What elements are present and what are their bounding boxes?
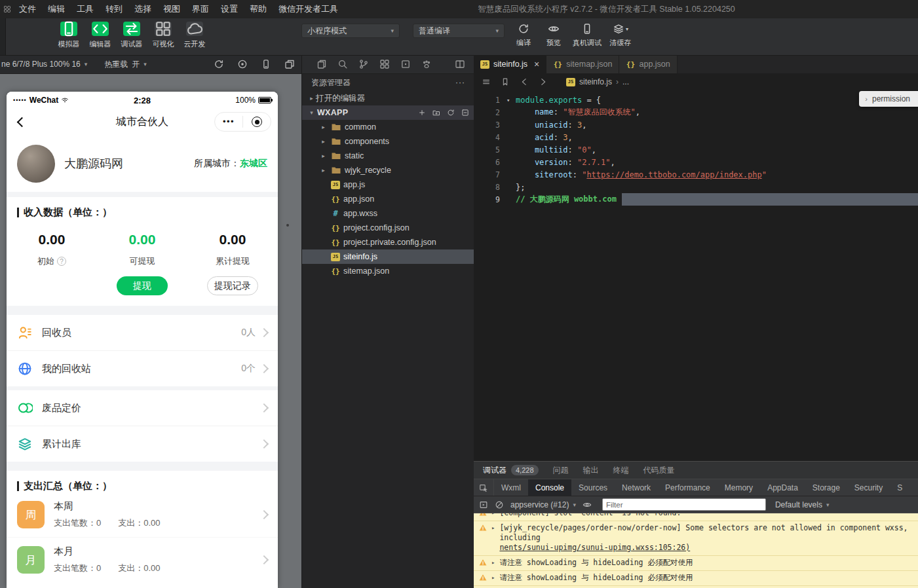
avatar[interactable] [17, 145, 55, 183]
search-button[interactable] [337, 59, 348, 69]
devtools-tab-Memory[interactable]: Memory [717, 479, 760, 496]
expense-item-week[interactable]: 周 本周 支出笔数：0支出：0.00 [7, 492, 278, 537]
editor-tab-app.json[interactable]: {} app.json [619, 55, 677, 73]
devtools-tab-Console[interactable]: Console [528, 479, 571, 496]
tree-item-sitemap.json[interactable]: {} sitemap.json [302, 264, 474, 278]
editor-tab-siteinfo.js[interactable]: JS siteinfo.js × [474, 55, 546, 73]
devtools-tab-Storage[interactable]: Storage [805, 479, 847, 496]
devtools-tab-Network[interactable]: Network [615, 479, 658, 496]
expand-caret-icon[interactable]: ▸ [491, 559, 495, 566]
clear-console-button[interactable] [495, 500, 504, 509]
panel-tab-code-quality[interactable]: 代码质量 [643, 465, 675, 476]
menubar-item[interactable]: 文件 [13, 3, 42, 15]
preview-button[interactable]: 预览 [543, 22, 565, 48]
nav-forward-button[interactable] [539, 77, 548, 86]
code-line[interactable]: 5 multiid: "0", [474, 143, 918, 156]
multi-window-button[interactable] [284, 59, 295, 69]
more-actions-button[interactable]: ··· [455, 78, 465, 87]
devtools-tab-Performance[interactable]: Performance [658, 479, 717, 496]
tree-item-siteinfo.js[interactable]: JS siteinfo.js [302, 249, 474, 264]
menubar-item[interactable]: 微信开发者工具 [273, 3, 344, 15]
menubar-item[interactable]: 工具 [71, 3, 100, 15]
tree-item-common[interactable]: ▸ common [302, 120, 474, 134]
panel-tab-problems[interactable]: 问题 [553, 465, 569, 476]
compile-button[interactable]: 编译 [512, 22, 535, 48]
new-folder-button[interactable] [432, 109, 440, 117]
split-editor-button[interactable] [455, 59, 465, 69]
breadcrumb[interactable]: JS siteinfo.js › ... [566, 77, 629, 86]
compile-mode-select[interactable]: 普通编译 ▾ [413, 24, 505, 38]
simulator-button[interactable]: 模拟器 [58, 22, 80, 49]
device-select[interactable]: ne 6/7/8 Plus 100% 16 ▾ [1, 60, 87, 69]
code-line[interactable]: 4 acid: 3, [474, 131, 918, 143]
tree-item-components[interactable]: ▸ components [302, 134, 474, 149]
help-icon[interactable]: ? [57, 257, 66, 266]
menubar-item[interactable]: 转到 [100, 3, 128, 15]
permission-popup[interactable]: › permission [859, 91, 918, 107]
code-line[interactable]: 2 name: "智慧废品回收系统", [474, 106, 918, 119]
execution-context-select[interactable]: appservice (#12) ▾ [510, 500, 576, 509]
source-control-button[interactable] [358, 59, 369, 69]
expense-item-month[interactable]: 月 本月 支出笔数：0支出：0.00 [7, 537, 278, 582]
editor-tab-sitemap.json[interactable]: {} sitemap.json [546, 55, 619, 73]
console-warning[interactable]: ▸ 请注意 showLoading 与 hideLoading 必须配对使用 [474, 571, 918, 586]
editor-button[interactable]: 编辑器 [89, 22, 111, 49]
code-line[interactable]: 3 uniacid: 3, [474, 119, 918, 131]
code-line[interactable]: 6 version: "2.7.1", [474, 156, 918, 168]
dock-button[interactable] [479, 500, 488, 509]
new-file-button[interactable] [418, 109, 426, 117]
menu-item-my-station[interactable]: 我的回收站 0个 [7, 350, 278, 386]
refresh-explorer-button[interactable] [447, 109, 455, 117]
files-button[interactable] [316, 59, 327, 69]
screenshot-button[interactable] [237, 59, 248, 69]
live-expression-button[interactable] [583, 500, 592, 509]
menubar-item[interactable]: 帮助 [244, 3, 273, 15]
debugger-button[interactable]: 调试器 [121, 22, 143, 49]
pet-button[interactable] [421, 59, 432, 69]
mode-select[interactable]: 小程序模式 ▾ [301, 24, 400, 38]
menu-item-recycler[interactable]: 回收员 0人 [7, 315, 278, 350]
withdraw-button[interactable]: 提现 [117, 276, 168, 295]
tree-item-project.config.json[interactable]: {} project.config.json [302, 221, 474, 235]
extensions-button[interactable] [379, 59, 390, 69]
tree-item-app.js[interactable]: JS app.js [302, 177, 474, 192]
console-filter-input[interactable] [602, 498, 766, 511]
collapse-all-button[interactable] [461, 109, 469, 117]
menubar-item[interactable]: 编辑 [42, 3, 71, 15]
project-root[interactable]: ▾ WXAPP [302, 105, 474, 120]
visualizer-button[interactable]: 可视化 [152, 22, 174, 49]
remote-debug-button[interactable]: 真机调试 [573, 22, 602, 48]
nav-back-button[interactable] [520, 77, 529, 86]
open-editors-section[interactable]: ▸ 打开的编辑器 [302, 91, 474, 105]
home-button[interactable] [243, 117, 271, 127]
clear-cache-button[interactable]: ▾ 清缓存 [609, 22, 632, 48]
menu-item-total-outbound[interactable]: 累计出库 [7, 426, 278, 462]
tree-item-app.wxss[interactable]: # app.wxss [302, 206, 474, 221]
fold-caret-icon[interactable]: ▾ [507, 97, 516, 103]
code-line[interactable]: 1 ▾ module.exports = { [474, 94, 918, 106]
hot-reload-toggle[interactable]: 热重载 开 ▾ [104, 59, 147, 70]
menu-item-scrap-pricing[interactable]: 废品定价 [7, 390, 278, 426]
inspect-element-button[interactable] [474, 479, 494, 496]
code-editor[interactable]: 1 ▾ module.exports = { 2 name: "智慧废品回收系统… [474, 90, 918, 462]
panel-tab-debugger[interactable]: 调试器4,228 [483, 465, 539, 476]
bookmark-button[interactable] [501, 77, 510, 86]
devtools-tab-Wxml[interactable]: Wxml [494, 479, 528, 496]
devtools-tab-AppData[interactable]: AppData [760, 479, 805, 496]
menubar-item[interactable]: 视图 [157, 3, 186, 15]
phone-frame-button[interactable] [261, 59, 271, 69]
menubar-item[interactable]: 设置 [215, 3, 244, 15]
refresh-button[interactable] [214, 59, 224, 69]
menubar-item[interactable]: 选择 [128, 3, 157, 15]
code-line[interactable]: 7 siteroot: "https://demo.ttbobo.com/app… [474, 168, 918, 181]
tree-item-app.json[interactable]: {} app.json [302, 192, 474, 206]
more-menu-button[interactable]: ••• [215, 113, 242, 131]
widgets-button[interactable] [400, 59, 411, 69]
withdraw-record-button[interactable]: 提现记录 [207, 276, 258, 295]
devtools-tab-Sources[interactable]: Sources [571, 479, 615, 496]
log-levels-select[interactable]: Default levels ▾ [775, 500, 830, 509]
tree-item-project.private.config.json[interactable]: {} project.private.config.json [302, 235, 474, 249]
panel-tab-output[interactable]: 输出 [583, 465, 599, 476]
console-warning[interactable]: ▸ 请注意 showLoading 与 hideLoading 必须配对使用 [474, 556, 918, 571]
tree-item-static[interactable]: ▸ static [302, 149, 474, 163]
